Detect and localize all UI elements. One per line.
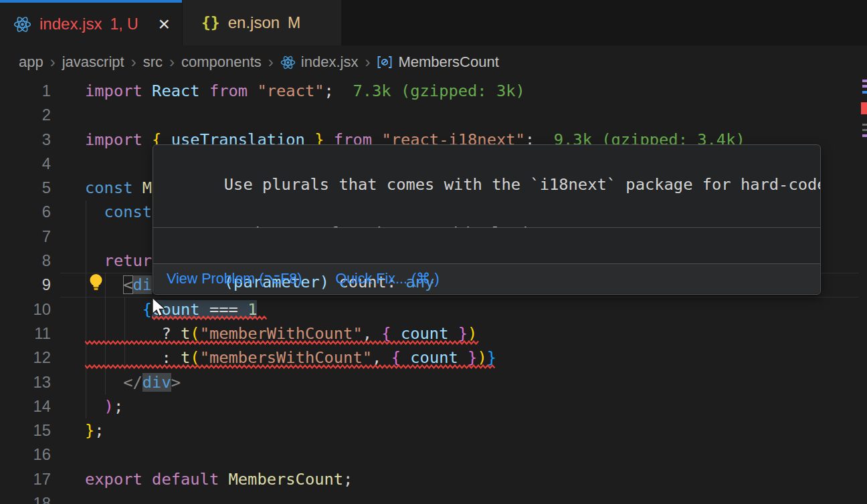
tab-bar: index.jsx 1, U × {} en.json M xyxy=(0,0,867,45)
problem-message: Use plurals that comes with the `i18next… xyxy=(153,145,820,228)
breadcrumb-item-app[interactable]: app xyxy=(19,53,43,71)
line-number[interactable]: 10 xyxy=(0,297,51,322)
error-squiggle xyxy=(85,340,480,345)
line-number[interactable]: 17 xyxy=(0,467,51,491)
code-line[interactable]: import React from "react"; 7.3k (gzipped… xyxy=(85,79,745,103)
breadcrumb-item-components[interactable]: components xyxy=(181,53,262,71)
chevron-right-icon: › xyxy=(50,53,56,72)
code-line[interactable]: </div> xyxy=(85,370,745,394)
tab-en-json[interactable]: {} en.json M xyxy=(183,0,341,45)
line-number[interactable]: 12 xyxy=(0,346,51,370)
view-problem-action[interactable]: View Problem (⌥F8) xyxy=(167,270,302,287)
code-editor[interactable]: 123456789101112131415161718 import React… xyxy=(0,79,867,504)
ruler-mark xyxy=(862,124,867,126)
lightbulb-icon[interactable] xyxy=(87,273,105,293)
line-number[interactable]: 11 xyxy=(0,322,51,346)
line-number[interactable]: 4 xyxy=(0,152,51,176)
breadcrumb-item-javascript[interactable]: javascript xyxy=(62,53,124,71)
tab-index-jsx[interactable]: index.jsx 1, U × xyxy=(0,0,182,45)
breadcrumb: app › javascript › src › components › in… xyxy=(0,45,867,79)
parameter-type-info: (parameter) count: any xyxy=(153,228,820,264)
code-line[interactable]: export default MembersCount; xyxy=(85,467,745,491)
breadcrumb-item-src[interactable]: src xyxy=(143,53,163,71)
problem-hover-tooltip: Use plurals that comes with the `i18next… xyxy=(153,144,821,295)
chevron-right-icon: › xyxy=(131,53,136,72)
line-number[interactable]: 2 xyxy=(0,103,51,127)
line-number[interactable]: 7 xyxy=(0,225,51,249)
react-icon xyxy=(13,15,31,33)
symbol-variable-icon xyxy=(377,54,393,70)
line-number[interactable]: 5 xyxy=(0,176,51,200)
code-line[interactable] xyxy=(85,443,745,467)
line-number[interactable]: 15 xyxy=(0,418,51,443)
breadcrumb-item-index-jsx[interactable]: index.jsx xyxy=(301,53,359,71)
overview-ruler[interactable] xyxy=(860,79,867,504)
ruler-modified-mark xyxy=(862,85,867,88)
line-number[interactable]: 13 xyxy=(0,370,51,394)
code-line[interactable]: ); xyxy=(85,394,745,418)
code-line[interactable] xyxy=(85,491,745,504)
ruler-modified-mark xyxy=(862,134,867,137)
problem-message-line1: Use plurals that comes with the `i18next… xyxy=(224,175,820,194)
tab-title: en.json xyxy=(228,13,280,32)
tab-modified-badge: M xyxy=(288,14,300,32)
line-number[interactable]: 16 xyxy=(0,443,51,467)
close-icon[interactable]: × xyxy=(155,14,173,34)
ruler-mark xyxy=(862,129,867,131)
json-braces-icon: {} xyxy=(201,14,220,31)
line-number-gutter[interactable]: 123456789101112131415161718 xyxy=(0,79,51,504)
quick-fix-action[interactable]: Quick Fix... (⌘.) xyxy=(335,270,439,287)
line-number[interactable]: 8 xyxy=(0,249,51,273)
ruler-modified-mark xyxy=(862,80,867,82)
line-number[interactable]: 18 xyxy=(0,491,51,504)
mouse-cursor-icon xyxy=(150,297,167,318)
line-number[interactable]: 3 xyxy=(0,128,51,152)
line-number[interactable]: 1 xyxy=(0,79,51,103)
ruler-modified-mark xyxy=(862,91,867,94)
line-number[interactable]: 9 xyxy=(0,273,51,297)
code-line[interactable]: }; xyxy=(85,418,745,443)
error-squiggle xyxy=(85,364,496,369)
breadcrumb-item-memberscount[interactable]: MembersCount xyxy=(398,53,498,71)
chevron-right-icon: › xyxy=(365,53,370,72)
tab-dirty-badge: 1, U xyxy=(110,15,138,33)
tab-title: index.jsx xyxy=(39,15,102,33)
ruler-error-mark xyxy=(861,102,867,114)
react-icon xyxy=(280,55,296,70)
line-number[interactable]: 6 xyxy=(0,200,51,224)
line-number[interactable]: 14 xyxy=(0,394,51,418)
chevron-right-icon: › xyxy=(169,53,175,72)
chevron-right-icon: › xyxy=(268,53,274,72)
code-line[interactable] xyxy=(85,103,745,127)
